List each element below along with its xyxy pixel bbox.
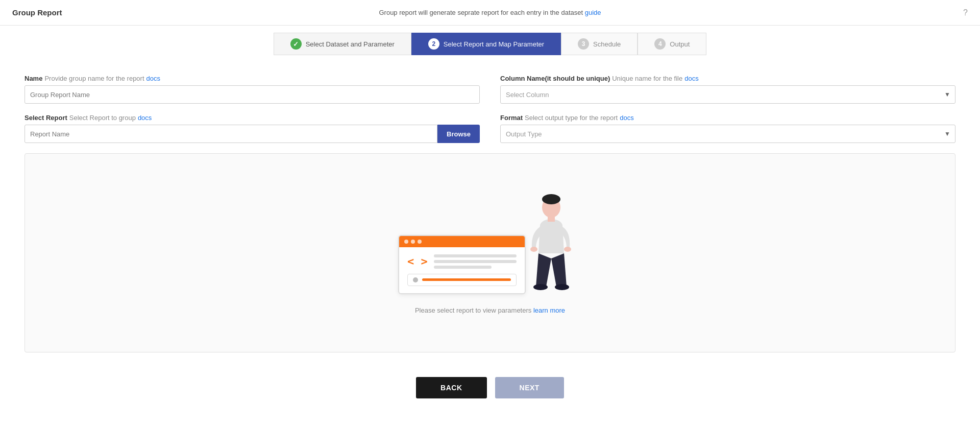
format-select[interactable]: Output Type: [500, 125, 955, 143]
step-1-label: Select Dataset and Parameter: [306, 40, 395, 48]
empty-state-panel: < >: [24, 153, 955, 352]
code-brackets-icon: < >: [407, 255, 428, 268]
column-label-hint: Unique name for the file: [612, 75, 682, 82]
step-1-circle: ✓: [290, 38, 302, 50]
select-report-label-hint: Select Report to group: [69, 114, 136, 122]
format-label: Format Select output type for the report…: [500, 114, 955, 122]
step-2-label: Select Report and Map Parameter: [444, 40, 544, 48]
svg-point-4: [533, 284, 548, 290]
svg-point-1: [542, 194, 560, 204]
step-4-label: Output: [670, 40, 690, 48]
select-report-docs-link[interactable]: docs: [138, 114, 152, 122]
main-content: Name Provide group name for the report d…: [0, 62, 980, 365]
line-3: [434, 266, 492, 269]
format-select-wrapper: Output Type ▼: [500, 125, 955, 143]
name-label-hint: Provide group name for the report: [44, 75, 144, 82]
column-docs-link[interactable]: docs: [684, 75, 698, 82]
select-report-group: Select Report Select Report to group doc…: [24, 114, 480, 143]
select-report-label: Select Report Select Report to group doc…: [24, 114, 480, 122]
input-row-illustration: [407, 274, 517, 286]
step-2-circle: 2: [428, 38, 439, 50]
back-button[interactable]: BACK: [416, 377, 486, 398]
stepper: ✓ Select Dataset and Parameter 2 Select …: [0, 26, 980, 62]
browser-window-illustration: < >: [398, 235, 526, 294]
line-2: [434, 260, 517, 263]
column-label: Column Name(it should be unique) Unique …: [500, 75, 955, 82]
browser-dot-1: [404, 240, 408, 244]
name-label: Name Provide group name for the report d…: [24, 75, 480, 82]
name-group: Name Provide group name for the report d…: [24, 75, 480, 104]
browser-body: < >: [399, 247, 525, 293]
column-select-wrapper: Select Column ▼: [500, 85, 955, 104]
svg-rect-6: [548, 217, 555, 222]
illustration: < >: [398, 192, 582, 294]
report-input-browse: Browse: [24, 125, 480, 143]
step-3[interactable]: 3 Schedule: [561, 33, 638, 55]
browser-titlebar: [399, 236, 525, 247]
report-name-input[interactable]: [24, 125, 437, 143]
form-row-1: Name Provide group name for the report d…: [24, 75, 955, 104]
svg-point-2: [530, 247, 537, 252]
line-1: [434, 254, 517, 257]
select-report-label-bold: Select Report: [24, 114, 67, 122]
step-4-circle: 4: [654, 38, 666, 50]
input-dot-illustration: [413, 277, 418, 282]
person-illustration: [521, 192, 582, 294]
format-label-bold: Format: [500, 114, 523, 122]
footer: BACK NEXT: [0, 365, 980, 411]
svg-point-5: [555, 284, 569, 290]
next-button[interactable]: NEXT: [495, 377, 564, 398]
svg-point-3: [564, 247, 571, 252]
column-name-group: Column Name(it should be unique) Unique …: [500, 75, 955, 104]
name-input[interactable]: [24, 85, 480, 104]
name-label-bold: Name: [24, 75, 42, 82]
input-line-illustration: [422, 278, 511, 281]
code-icon-row: < >: [407, 254, 517, 269]
format-group: Format Select output type for the report…: [500, 114, 955, 143]
empty-state-text: Please select report to view parameters …: [415, 306, 565, 314]
step-4[interactable]: 4 Output: [638, 33, 706, 55]
column-label-bold: Column Name(it should be unique): [500, 75, 610, 82]
column-select[interactable]: Select Column: [500, 85, 955, 104]
browser-dot-2: [411, 240, 415, 244]
step-3-label: Schedule: [593, 40, 621, 48]
browser-dot-3: [418, 240, 422, 244]
form-row-2: Select Report Select Report to group doc…: [24, 114, 955, 143]
header-subtitle: Group report will generate seprate repor…: [379, 9, 601, 16]
person-svg: [521, 192, 582, 304]
lines-group: [434, 254, 517, 269]
step-2[interactable]: 2 Select Report and Map Parameter: [411, 33, 561, 55]
learn-more-link[interactable]: learn more: [533, 306, 565, 314]
step-1[interactable]: ✓ Select Dataset and Parameter: [274, 33, 411, 55]
browse-button[interactable]: Browse: [437, 125, 480, 143]
page-title: Group Report: [12, 8, 62, 17]
step-3-circle: 3: [578, 38, 589, 50]
header: Group Report Group report will generate …: [0, 0, 980, 26]
help-icon[interactable]: ?: [963, 8, 968, 17]
name-docs-link[interactable]: docs: [146, 75, 160, 82]
format-label-hint: Select output type for the report: [525, 114, 618, 122]
format-docs-link[interactable]: docs: [620, 114, 633, 122]
guide-link[interactable]: guide: [585, 9, 601, 16]
empty-message: Please select report to view parameters: [415, 306, 531, 314]
subtitle-text: Group report will generate seprate repor…: [379, 9, 583, 16]
